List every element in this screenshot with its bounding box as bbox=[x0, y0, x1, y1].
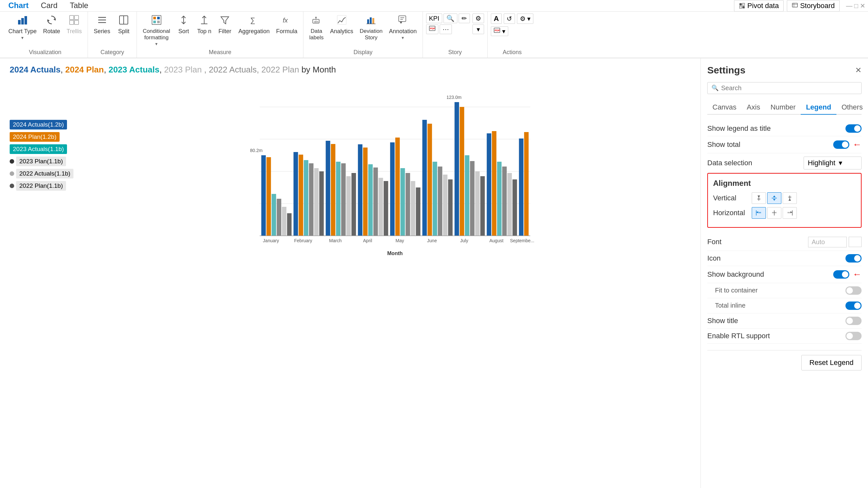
svg-text:fx: fx bbox=[283, 17, 288, 24]
storyboard-icon bbox=[792, 3, 798, 9]
svg-rect-22 bbox=[153, 17, 156, 19]
svg-rect-61 bbox=[299, 155, 303, 236]
font-color-picker[interactable] bbox=[849, 237, 862, 247]
ribbon-btn-rotate[interactable]: Rotate bbox=[40, 13, 63, 36]
legend-label-2022-plan[interactable]: 2022 Plan(1.1b) bbox=[16, 181, 66, 191]
vertical-middle-button[interactable] bbox=[767, 192, 781, 204]
legend-dot-3 bbox=[10, 159, 14, 164]
more-actions-button[interactable]: ⋯ bbox=[440, 25, 452, 34]
ribbon-btn-deviation[interactable]: DeviationStory bbox=[357, 13, 385, 42]
chart-title: 2024 Actuals, 2024 Plan, 2023 Actuals, 2… bbox=[10, 65, 691, 75]
tab-card[interactable]: Card bbox=[35, 0, 63, 12]
svg-marker-109 bbox=[773, 195, 776, 197]
icon-row: Icon bbox=[707, 251, 862, 266]
chart-type-arrow: ▾ bbox=[21, 35, 24, 40]
storyboard-button[interactable]: Storyboard bbox=[787, 0, 840, 11]
svg-rect-97 bbox=[492, 131, 497, 236]
svg-rect-103 bbox=[524, 132, 529, 236]
title-2024-actuals: 2024 Actuals bbox=[10, 65, 61, 74]
legend-label-2024-plan[interactable]: 2024 Plan(1.2b) bbox=[10, 132, 60, 142]
cond-format-arrow: ▾ bbox=[155, 41, 157, 47]
reset-legend-button[interactable]: Reset Legend bbox=[801, 355, 862, 370]
show-total-toggle[interactable] bbox=[833, 141, 849, 149]
svg-text:PDF: PDF bbox=[495, 29, 500, 32]
svg-rect-70 bbox=[346, 176, 351, 236]
pivot-data-button[interactable]: Pivot data bbox=[734, 0, 784, 11]
search-button[interactable]: 🔍 bbox=[443, 13, 457, 23]
horizontal-alignment-row: Horizontal bbox=[713, 207, 856, 219]
ribbon-btn-trellis[interactable]: Trellis bbox=[64, 13, 84, 36]
ribbon-btn-sort[interactable]: Sort bbox=[174, 13, 193, 36]
svg-marker-42 bbox=[400, 22, 402, 24]
ribbon-btn-topn[interactable]: Top n bbox=[194, 13, 214, 36]
svg-rect-1 bbox=[742, 3, 745, 5]
show-title-toggle[interactable] bbox=[845, 317, 862, 325]
show-legend-title-toggle[interactable] bbox=[845, 124, 862, 133]
legend-label-2023-plan[interactable]: 2023 Plan(1.1b) bbox=[16, 157, 66, 166]
ribbon-measure-label: Measure bbox=[209, 48, 231, 56]
ribbon-btn-series[interactable]: Series bbox=[91, 13, 113, 36]
ribbon-btn-split[interactable]: Split bbox=[114, 13, 133, 36]
total-inline-toggle[interactable] bbox=[845, 302, 862, 310]
settings-tab-legend[interactable]: Legend bbox=[801, 100, 836, 115]
show-total-arrow: ← bbox=[852, 140, 862, 150]
ribbon-btn-cond-format[interactable]: Conditionalformatting ▾ bbox=[140, 13, 173, 48]
top-bar-right: Pivot data Storyboard — □ ✕ bbox=[734, 0, 865, 11]
show-legend-title-label: Show legend as title bbox=[707, 124, 771, 133]
font-value-input[interactable] bbox=[808, 237, 847, 247]
settings-tab-axis[interactable]: Axis bbox=[742, 100, 766, 115]
legend-label-2024-actuals[interactable]: 2024 Actuals(1.2b) bbox=[10, 120, 67, 129]
ribbon-btn-filter[interactable]: Filter bbox=[215, 13, 235, 36]
svg-rect-38 bbox=[370, 18, 372, 24]
svg-rect-66 bbox=[326, 141, 331, 236]
rotate-icon bbox=[46, 15, 57, 27]
undo-button[interactable]: ↺ bbox=[504, 13, 515, 24]
ribbon-btn-data-labels[interactable]: abc Datalabels bbox=[307, 13, 326, 42]
x-label-september: Septembe... bbox=[510, 238, 535, 243]
vertical-bottom-button[interactable] bbox=[783, 192, 797, 204]
settings-tab-canvas[interactable]: Canvas bbox=[707, 100, 742, 115]
font-a-button[interactable]: A bbox=[491, 13, 502, 24]
top-bar-tabs: Chart Card Table bbox=[3, 0, 94, 12]
legend-label-2023-actuals[interactable]: 2023 Actuals(1.1b) bbox=[10, 144, 67, 154]
enable-rtl-toggle[interactable] bbox=[845, 332, 862, 340]
data-selection-dropdown[interactable]: Highlight ▾ bbox=[804, 157, 862, 170]
settings-close-button[interactable]: ✕ bbox=[855, 66, 862, 75]
ribbon-btn-aggregation[interactable]: ∑ Aggregation bbox=[236, 13, 272, 36]
tab-table[interactable]: Table bbox=[64, 0, 94, 12]
kpi-row-2: PDF ⋯ bbox=[426, 25, 470, 34]
total-inline-row: Total inline bbox=[707, 298, 862, 313]
show-background-toggle[interactable] bbox=[833, 270, 849, 279]
more-export-button[interactable]: ▾ bbox=[472, 25, 484, 34]
vertical-top-button[interactable] bbox=[752, 192, 766, 204]
ribbon-actions-items: A ↺ ⚙ ▾ PDF ▾ bbox=[491, 13, 533, 48]
ribbon-btn-chart-type[interactable]: Chart Type ▾ bbox=[6, 13, 39, 41]
ribbon-btn-annotation[interactable]: Annotation ▾ bbox=[386, 13, 420, 41]
svg-rect-78 bbox=[390, 142, 395, 236]
x-label-march: March bbox=[329, 238, 342, 243]
settings-search-input[interactable] bbox=[721, 84, 857, 92]
horizontal-left-button[interactable] bbox=[752, 207, 766, 219]
ribbon-visualization-items: Chart Type ▾ Rotate Trellis bbox=[6, 13, 84, 48]
settings-search-box[interactable]: 🔍 bbox=[707, 82, 862, 94]
settings-cog-button[interactable]: ⚙ bbox=[472, 13, 484, 23]
kpi-button[interactable]: KPI bbox=[426, 13, 442, 23]
settings-button[interactable]: ⚙ ▾ bbox=[517, 13, 534, 24]
ribbon-btn-formula[interactable]: fx Formula bbox=[274, 13, 300, 36]
legend-label-2022-actuals[interactable]: 2022 Actuals(1.1b) bbox=[16, 169, 73, 178]
icon-toggle[interactable] bbox=[845, 254, 862, 263]
svg-rect-15 bbox=[74, 20, 79, 25]
settings-tab-others[interactable]: Others bbox=[836, 100, 868, 115]
pdf-export-button[interactable]: PDF ▾ bbox=[491, 26, 508, 36]
draw-button[interactable]: ✏ bbox=[459, 13, 470, 23]
fit-to-container-toggle[interactable] bbox=[845, 286, 862, 295]
ribbon-btn-analytics[interactable]: Analytics bbox=[328, 13, 356, 36]
horizontal-center-button[interactable] bbox=[767, 207, 781, 219]
horizontal-right-button[interactable] bbox=[783, 207, 797, 219]
svg-rect-73 bbox=[363, 148, 368, 236]
split-icon bbox=[119, 15, 129, 27]
svg-rect-76 bbox=[379, 178, 383, 236]
export-button[interactable]: PDF bbox=[426, 25, 438, 34]
tab-chart[interactable]: Chart bbox=[3, 0, 34, 12]
settings-tab-number[interactable]: Number bbox=[765, 100, 801, 115]
